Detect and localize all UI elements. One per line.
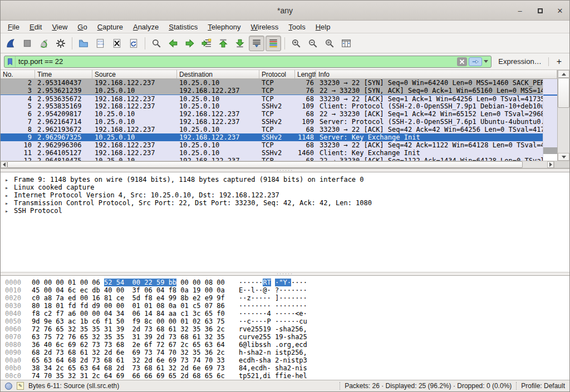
status-profile[interactable]: Profile: Default (521, 382, 565, 390)
detail-row-1[interactable]: ▸Linux cooked capture (5, 183, 569, 191)
hex-row-00b0[interactable]: 00b038 34 2c 65 63 64 68 2d 73 68 61 32 … (5, 364, 569, 372)
capture-start-button[interactable] (3, 36, 18, 51)
packet-row-3[interactable]: 32.95362123910.25.0.10192.168.122.237TCP… (1, 87, 543, 95)
find-packet-icon (151, 38, 161, 48)
hex-row-0030[interactable]: 003080 18 01 fd fd d9 00 00 01 01 08 0a … (5, 302, 569, 310)
detail-row-4[interactable]: ▸SSH Protocol (5, 207, 569, 215)
zoom-out-icon (308, 38, 318, 48)
svg-text:0110: 0110 (98, 42, 104, 45)
autoscroll-toggle-button[interactable] (249, 36, 264, 51)
expression-button[interactable]: Expression… (495, 57, 544, 66)
zoom-original-button[interactable] (322, 36, 337, 51)
packet-row-5[interactable]: 52.953835169192.168.122.23710.25.0.10SSH… (1, 102, 543, 110)
filter-apply-button[interactable] (469, 57, 482, 66)
file-open-button[interactable] (76, 36, 91, 51)
hex-row-0040[interactable]: 0040f8 c2 f7 a6 00 00 04 34 06 14 84 aa … (5, 310, 569, 317)
scroll-right-button[interactable] (547, 161, 554, 168)
hex-row-0090[interactable]: 009068 2d 73 68 61 32 2d 6e 69 73 74 70 … (5, 349, 569, 356)
zoom-in-button[interactable] (288, 36, 304, 51)
close-button[interactable]: ✕ (554, 4, 566, 17)
menu-wireless[interactable]: Wireless (246, 22, 284, 32)
vertical-scrollbar-thumb[interactable] (558, 78, 569, 108)
filter-history-dropdown[interactable] (484, 60, 488, 63)
zoom-out-button[interactable] (305, 36, 321, 51)
intelligent-scrollbar-minimap[interactable] (543, 79, 557, 161)
expert-info-icon[interactable] (5, 383, 12, 390)
hex-row-0050[interactable]: 00509d 9e 63 ac 1b c6 f1 50 f9 8c 00 00 … (5, 317, 569, 325)
scroll-left-button[interactable] (1, 161, 7, 168)
hex-row-0020[interactable]: 0020c0 a8 7a ed 00 16 81 ce 5d f8 e4 99 … (5, 294, 569, 302)
maximize-button[interactable] (534, 4, 546, 17)
scroll-up-button[interactable] (558, 70, 569, 78)
expand-arrow-icon[interactable]: ▸ (5, 208, 14, 214)
column-header-protocol[interactable]: Protocol (259, 70, 295, 78)
capture-comment-icon[interactable]: ✎ (17, 382, 24, 390)
go-bottom-button[interactable] (232, 36, 248, 51)
hex-row-0000[interactable]: 000000 00 00 01 00 06 52 54 00 22 59 bb … (5, 279, 569, 286)
menu-help[interactable]: Help (311, 22, 336, 32)
go-top-button[interactable] (215, 36, 231, 51)
expand-arrow-icon[interactable]: ▸ (5, 185, 14, 191)
horizontal-scrollbar-thumb[interactable] (7, 161, 523, 168)
packet-row-4[interactable]: 42.953635672192.168.122.23710.25.0.10TCP… (1, 95, 543, 102)
menu-file[interactable]: File (3, 22, 24, 32)
menu-go[interactable]: Go (72, 22, 92, 32)
menu-telephony[interactable]: Telephony (203, 22, 245, 32)
capture-options-button[interactable] (53, 36, 68, 51)
expand-arrow-icon[interactable]: ▸ (5, 200, 14, 206)
menu-capture[interactable]: Capture (92, 22, 128, 32)
column-header-source[interactable]: Source (92, 70, 177, 78)
filter-clear-button[interactable] (457, 57, 467, 66)
packet-list-vertical-scrollbar[interactable] (557, 70, 569, 161)
packet-row-10[interactable]: 102.962996306192.168.122.23710.25.0.10TC… (1, 141, 543, 149)
packet-row-8[interactable]: 82.962193672192.168.122.23710.25.0.10TCP… (1, 126, 543, 133)
file-save-button[interactable]: 01010110 (92, 36, 108, 51)
go-back-button[interactable] (165, 36, 181, 51)
colorize-toggle-button[interactable] (266, 36, 281, 51)
resize-columns-button[interactable] (338, 36, 354, 51)
go-forward-button[interactable] (182, 36, 198, 51)
display-filter-input[interactable]: tcp.port == 22 (4, 56, 492, 68)
column-header-destination[interactable]: Destination (177, 70, 259, 78)
packet-row-7[interactable]: 72.96216471410.25.0.10192.168.122.237SSH… (1, 118, 543, 126)
horizontal-scrollbar-track[interactable] (523, 161, 547, 168)
hex-row-0010[interactable]: 001045 00 04 6c ec db 40 00 3f 06 04 f8 … (5, 286, 569, 294)
packet-list-horizontal-scrollbar[interactable] (1, 161, 569, 168)
detail-row-2[interactable]: ▸Internet Protocol Version 4, Src: 10.25… (5, 191, 569, 199)
find-packet-button[interactable] (149, 36, 164, 51)
menu-statistics[interactable]: Statistics (164, 22, 203, 32)
capture-restart-button[interactable] (36, 36, 52, 51)
menu-analyze[interactable]: Analyze (128, 22, 164, 32)
minimize-button[interactable]: – (514, 4, 526, 17)
packet-row-2[interactable]: 22.953140437192.168.122.23710.25.0.10TCP… (1, 79, 543, 87)
pane-splitter-top[interactable]: ······ (1, 168, 569, 172)
filter-bookmark-button[interactable] (4, 56, 16, 67)
column-header-length[interactable]: Length (295, 70, 316, 78)
packet-row-9[interactable]: 92.96296732510.25.0.10192.168.122.237SSH… (1, 133, 543, 141)
hex-row-00c0[interactable]: 00c074 70 35 32 31 2c 64 69 66 66 69 65 … (5, 372, 569, 380)
pane-splitter-bottom[interactable]: ······ (1, 272, 569, 276)
packet-row-6[interactable]: 62.95420981710.25.0.10192.168.122.237TCP… (1, 110, 543, 118)
menu-edit[interactable]: Edit (24, 22, 47, 32)
expand-arrow-icon[interactable]: ▸ (5, 177, 14, 183)
hex-row-0060[interactable]: 006072 76 65 32 35 35 31 39 2d 73 68 61 … (5, 325, 569, 333)
add-filter-button[interactable]: + (552, 57, 566, 67)
column-header-time[interactable]: Time (35, 70, 92, 78)
go-to-packet-button[interactable] (199, 36, 214, 51)
detail-row-0[interactable]: ▸Frame 9: 1148 bytes on wire (9184 bits)… (5, 176, 569, 183)
menu-tools[interactable]: Tools (283, 22, 310, 32)
hex-row-0080[interactable]: 008036 40 6c 69 62 73 73 68 2e 6f 72 67 … (5, 341, 569, 349)
expand-arrow-icon[interactable]: ▸ (5, 192, 14, 199)
scroll-down-button[interactable] (558, 153, 569, 161)
hex-row-00a0[interactable]: 00a065 63 64 68 2d 73 68 61 32 2d 6e 69 … (5, 356, 569, 364)
go-forward-icon (184, 38, 195, 48)
capture-stop-button[interactable] (19, 36, 35, 51)
packet-row-11[interactable]: 112.964105127192.168.122.23710.25.0.10SS… (1, 149, 543, 157)
file-close-button[interactable] (109, 36, 125, 51)
menu-view[interactable]: View (47, 22, 72, 32)
detail-row-3[interactable]: ▸Transmission Control Protocol, Src Port… (5, 199, 569, 207)
column-header-info[interactable]: Info (316, 70, 557, 78)
hex-row-0070[interactable]: 007063 75 72 76 65 32 35 35 31 39 2d 73 … (5, 333, 569, 341)
file-reload-button[interactable] (126, 36, 141, 51)
column-header-no[interactable]: No. (1, 70, 35, 78)
